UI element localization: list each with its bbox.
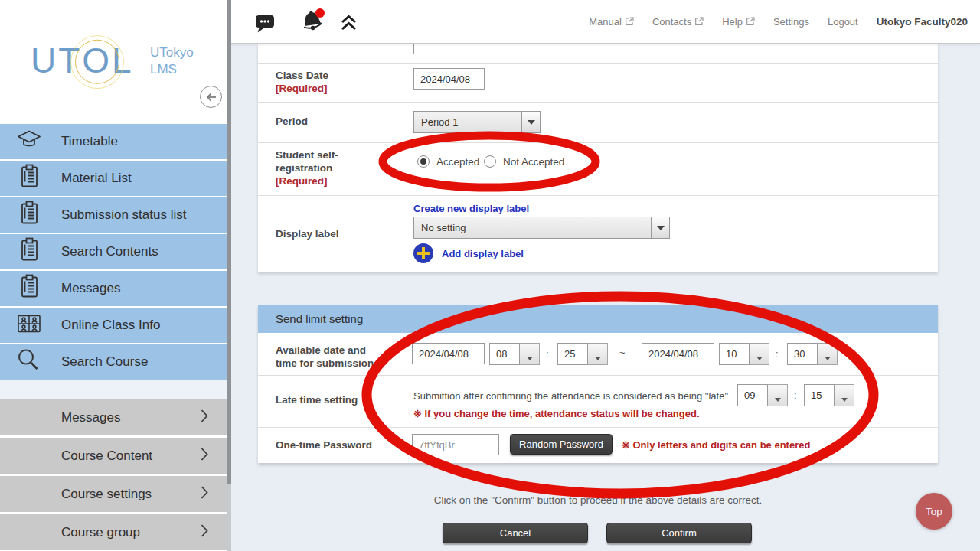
random-password-button[interactable]: Random Password <box>510 434 612 455</box>
time-colon: : <box>546 348 549 360</box>
cancel-button[interactable]: Cancel <box>443 523 588 543</box>
collapse-sidebar-button[interactable] <box>200 86 222 108</box>
spinner-down-button[interactable] <box>768 384 788 406</box>
sidebar-item-search-course[interactable]: Search Course <box>0 344 227 380</box>
clipboard-icon <box>15 164 43 194</box>
late-time-description: Submittion after confimring the attendan… <box>413 390 728 402</box>
add-display-label-link[interactable]: Add display label <box>442 248 524 259</box>
logo-yellow-ring-inner <box>75 40 119 84</box>
sidebar-item-timetable[interactable]: Timetable <box>0 124 227 159</box>
sidebar-item-label: Online Class Info <box>61 318 160 333</box>
external-link-icon <box>625 17 634 26</box>
late-minute-input[interactable] <box>804 384 835 406</box>
date-range-tilde: ~ <box>619 347 626 358</box>
sidebar-item-search-contents[interactable]: Search Contents <box>0 234 227 269</box>
help-link-label: Help <box>722 16 743 28</box>
scroll-to-top-button[interactable]: Top <box>916 493 952 530</box>
time-colon: : <box>776 348 779 360</box>
end-hour-input[interactable] <box>719 343 750 365</box>
one-time-password-input[interactable] <box>412 434 499 455</box>
chat-bubble-icon[interactable] <box>255 15 276 37</box>
start-hour-input[interactable] <box>489 343 520 365</box>
end-minute-spinner <box>787 343 838 365</box>
end-date-input[interactable] <box>642 343 714 364</box>
logo-area: UTOL UTokyoLMS <box>0 0 227 124</box>
send-limit-setting-panel: Send limit setting Available date and ti… <box>258 305 938 463</box>
settings-link[interactable]: Settings <box>773 16 809 28</box>
sidebar-item-label: Search Contents <box>61 244 158 259</box>
add-display-label-plus-icon[interactable] <box>413 243 433 263</box>
spinner-down-button[interactable] <box>750 343 769 365</box>
period-label: Period <box>276 116 308 128</box>
manual-link[interactable]: Manual <box>589 16 634 28</box>
row-divider <box>258 102 938 103</box>
sidebar-item-submission-status-list[interactable]: Submission status list <box>0 197 227 233</box>
logo-subtitle: UTokyoLMS <box>150 44 194 78</box>
sidebar-item-course-settings[interactable]: Course settings <box>0 476 227 512</box>
display-label-select[interactable]: No setting <box>413 217 670 239</box>
radio-accepted[interactable] <box>417 155 430 168</box>
utol-lms-page: Manual Contacts Help Settings Logout Uto… <box>0 0 980 551</box>
class-date-required-badge: [Required] <box>276 83 328 94</box>
topbar-links: Manual Contacts Help Settings Logout Uto… <box>589 0 968 43</box>
row-divider <box>258 427 938 428</box>
late-hour-spinner <box>737 384 788 406</box>
sidebar-item-online-class-info[interactable]: Online Class Info <box>0 308 227 343</box>
end-minute-input[interactable] <box>787 343 818 365</box>
logout-link[interactable]: Logout <box>828 16 858 28</box>
create-new-display-label-link[interactable]: Create new display label <box>413 203 529 214</box>
sidebar-item-label: Course group <box>61 525 140 540</box>
spinner-down-button[interactable] <box>520 343 540 365</box>
radio-not-accepted-label[interactable]: Not Accepted <box>503 156 564 168</box>
sidebar-item-course-group[interactable]: Course group <box>0 514 227 550</box>
time-colon: : <box>794 390 797 401</box>
spinner-arrow-icon <box>841 398 848 402</box>
notification-bell-icon[interactable] <box>298 7 327 39</box>
magnifier-icon <box>15 347 43 377</box>
spinner-down-button[interactable] <box>818 343 838 365</box>
class-date-input[interactable] <box>413 68 485 90</box>
dropdown-arrow-button[interactable] <box>522 111 541 133</box>
dropdown-arrow-button[interactable] <box>652 217 670 239</box>
spinner-arrow-icon <box>775 398 781 402</box>
period-select[interactable]: Period 1 <box>413 111 541 133</box>
dropdown-arrow-icon <box>528 120 535 125</box>
sidebar-item-messages-group[interactable]: Messages <box>0 399 227 435</box>
chevron-right-icon <box>201 409 208 426</box>
available-label-line2: time for submission <box>276 357 374 370</box>
sidebar-item-label: Material List <box>61 171 132 186</box>
start-date-input[interactable] <box>412 343 485 364</box>
sidebar-scrollbar-thumb[interactable] <box>227 0 231 484</box>
sidebar-item-messages[interactable]: Messages <box>0 271 227 306</box>
contacts-link[interactable]: Contacts <box>652 16 704 28</box>
late-minute-spinner <box>804 384 854 406</box>
start-minute-input[interactable] <box>557 343 588 365</box>
spinner-arrow-icon <box>527 357 533 360</box>
late-hour-input[interactable] <box>737 384 768 406</box>
sidebar-item-label: Messages <box>61 281 120 296</box>
sidebar-item-course-content[interactable]: Course Content <box>0 438 227 474</box>
sidebar-item-material-list[interactable]: Material List <box>0 161 227 196</box>
class-settings-panel: Class Date [Required] Period Period 1 St… <box>258 44 938 272</box>
utol-logo: UTOL <box>31 40 134 81</box>
clipboard-icon <box>15 201 43 230</box>
late-time-setting-label: Late time setting <box>276 394 358 406</box>
clipboard-icon <box>15 237 43 267</box>
confirm-instruction-text: Click on the "Confirm" button to proceed… <box>258 494 938 506</box>
display-label-label: Display label <box>276 228 339 240</box>
logo-subtitle-line2: LMS <box>150 61 194 78</box>
people-grid-icon <box>15 311 43 340</box>
spinner-down-button[interactable] <box>588 343 608 365</box>
sidebar-item-label: Search Course <box>61 354 148 370</box>
chevron-right-icon <box>201 485 208 503</box>
cropped-text-input[interactable] <box>413 44 926 54</box>
spinner-down-button[interactable] <box>835 384 854 406</box>
radio-not-accepted[interactable] <box>484 155 496 168</box>
confirm-button[interactable]: Confirm <box>606 523 752 543</box>
help-link[interactable]: Help <box>722 16 755 28</box>
double-chevron-up-icon[interactable] <box>339 14 358 36</box>
row-divider <box>258 375 938 376</box>
chevron-right-icon <box>201 523 208 541</box>
radio-accepted-label[interactable]: Accepted <box>436 156 479 168</box>
row-divider <box>258 63 938 64</box>
